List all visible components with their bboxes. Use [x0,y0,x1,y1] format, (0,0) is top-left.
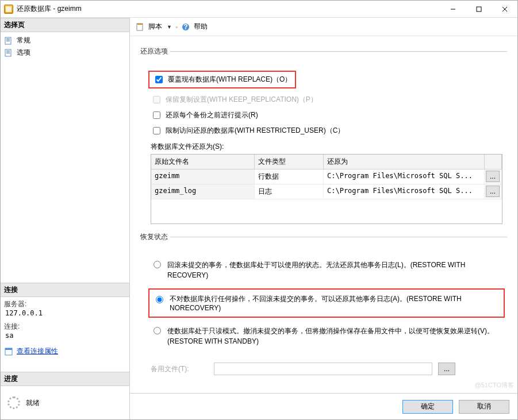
progress-status: 就绪 [26,398,40,408]
table-row[interactable]: gzeimm_log 日志 C:\Program Files\Microsoft… [151,184,502,199]
script-button[interactable]: 脚本 [148,22,162,32]
overwrite-checkbox[interactable] [155,76,163,83]
cancel-button[interactable]: 取消 [459,400,509,414]
progress-spinner-icon [7,396,20,409]
prompt-each-label: 还原每个备份之前进行提示(R) [166,110,258,120]
select-page-heading: 选择页 [1,18,129,32]
keep-replication-label: 保留复制设置(WITH KEEP_REPLICATION)（P） [166,95,317,105]
cell-orig: gzeimm_log [151,184,255,199]
properties-icon [4,347,13,356]
svg-rect-7 [6,41,10,41]
page-icon [4,48,13,57]
recovery-state-group: 恢复状态 [140,237,507,247]
server-value: 127.0.0.1 [4,309,129,317]
prompt-each-checkbox[interactable] [153,111,160,119]
standby-label: 使数据库处于只读模式。撤消未提交的事务，但将撤消操作保存在备用文件中，以便可使恢… [167,326,507,346]
connection-heading: 连接 [1,283,129,297]
restricted-user-checkbox[interactable] [153,127,160,134]
restore-as-label: 将数据库文件还原为(S): [140,138,507,154]
maximize-button[interactable] [466,1,492,17]
content-pane: 脚本 ▼ ▪ ? 帮助 还原选项 覆盖现有数据库(WITH REPLACE)（O… [130,18,517,419]
database-icon [4,5,13,14]
server-label: 服务器: [4,299,129,309]
page-icon [4,36,13,45]
norecovery-label: 不对数据库执行任何操作，不回滚未提交的事务。可以还原其他事务日志(A)。(RES… [170,294,500,312]
svg-rect-13 [5,348,12,350]
titlebar: 还原数据库 - gzeimm [1,1,517,18]
window-title: 还原数据库 - gzeimm [17,4,82,14]
cell-type: 行数据 [255,169,324,184]
svg-rect-9 [6,51,10,51]
view-connection-props[interactable]: 查看连接属性 [4,345,129,357]
browse-button[interactable]: ... [486,186,500,197]
help-icon: ? [181,22,190,32]
close-button[interactable] [492,1,517,17]
script-icon [136,22,145,32]
nav-pane: 选择页 常规 选项 连接 服务器: 127. [1,18,130,419]
standby-file-label: 备用文件(T): [151,364,208,374]
nav-item-options[interactable]: 选项 [4,47,129,59]
col-original-file[interactable]: 原始文件名 [151,155,255,169]
col-restore-as[interactable]: 还原为 [324,155,485,169]
svg-rect-1 [477,7,481,11]
norecovery-radio[interactable] [156,296,163,303]
keep-replication-row: 保留复制设置(WITH KEEP_REPLICATION)（P） [140,92,507,107]
svg-rect-11 [6,53,10,53]
minimize-button[interactable] [440,1,466,17]
nav-label: 常规 [17,36,30,45]
norecovery-highlight: 不对数据库执行任何操作，不回滚未提交的事务。可以还原其他事务日志(A)。(RES… [148,288,505,318]
recovery-state-heading: 恢复状态 [140,233,170,241]
cell-path: C:\Program Files\Microsoft SQL S... [324,184,485,199]
recovery-radio[interactable] [154,261,161,268]
nav-label: 选项 [17,48,30,57]
svg-rect-5 [6,38,10,39]
restricted-user-label: 限制访问还原的数据库(WITH RESTRICTED_USER)（C） [166,126,344,136]
dialog-button-bar: 确定 取消 [130,393,517,419]
cell-type: 日志 [255,184,324,199]
browse-button[interactable]: ... [486,171,500,182]
col-file-type[interactable]: 文件类型 [255,155,324,169]
conn-label: 连接: [4,322,129,332]
standby-browse-button[interactable]: ... [438,363,455,375]
cell-path: C:\Program Files\Microsoft SQL S... [324,169,485,184]
progress-heading: 进度 [1,372,129,386]
restore-database-dialog: 还原数据库 - gzeimm 选择页 常规 [0,0,518,420]
help-button[interactable]: 帮助 [194,22,208,32]
recovery-label: 回滚未提交的事务，使数据库处于可以使用的状态。无法还原其他事务日志(L)。(RE… [167,260,507,280]
table-empty-area [151,199,502,224]
overwrite-label: 覆盖现有数据库(WITH REPLACE)（O） [168,75,291,84]
view-props-link[interactable]: 查看连接属性 [17,346,58,356]
table-row[interactable]: gzeimm 行数据 C:\Program Files\Microsoft SQ… [151,169,502,184]
cell-orig: gzeimm [151,169,255,184]
svg-rect-10 [6,52,10,52]
standby-radio[interactable] [154,327,161,334]
col-browse [485,155,502,169]
keep-replication-checkbox [153,96,160,103]
restore-files-table: 原始文件名 文件类型 还原为 gzeimm 行数据 C:\Program Fil… [151,154,502,224]
nav-item-general[interactable]: 常规 [4,34,129,47]
chevron-down-icon[interactable]: ▼ [167,24,172,30]
restore-options-heading: 还原选项 [140,47,170,55]
standby-file-input [214,363,432,375]
ok-button[interactable]: 确定 [402,400,453,414]
svg-text:?: ? [184,23,188,31]
toolbar: 脚本 ▼ ▪ ? 帮助 [130,18,517,36]
overwrite-highlight: 覆盖现有数据库(WITH REPLACE)（O） [148,71,296,88]
svg-rect-6 [6,40,10,40]
conn-value: sa [4,332,129,340]
restore-options-group: 还原选项 [140,51,507,61]
